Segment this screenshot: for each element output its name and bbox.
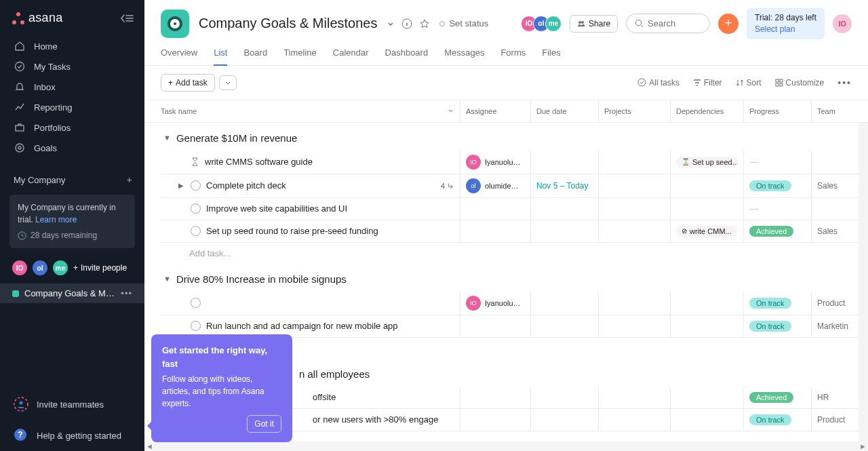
add-task-dropdown[interactable] [219,75,237,90]
more-button[interactable]: ••• [837,77,852,88]
project-icon[interactable] [161,9,189,38]
col-dependencies[interactable]: Dependencies [671,100,744,122]
all-tasks-button[interactable]: All tasks [637,78,679,87]
add-project-icon[interactable]: + [127,174,132,185]
avatar[interactable]: me [53,260,68,275]
caret-icon[interactable]: ▼ [163,134,171,142]
tab-list[interactable]: List [214,42,227,66]
tab-dashboard[interactable]: Dashboard [385,42,429,65]
complete-checkbox[interactable] [191,321,201,331]
project-title[interactable]: Company Goals & Milestones [199,16,377,31]
vertical-scrollbar[interactable] [859,123,868,442]
caret-icon[interactable]: ▼ [163,275,171,283]
col-projects[interactable]: Projects [599,100,671,122]
invite-teammates-link[interactable]: Invite teammates [0,389,144,420]
avatar[interactable]: IO [12,260,27,275]
tab-messages[interactable]: Messages [444,42,484,65]
profile-avatar[interactable]: IO [833,14,852,33]
invite-people-link[interactable]: +Invite people [73,263,127,273]
customize-button[interactable]: Customize [775,78,825,87]
task-name[interactable]: Complete pitch deck [206,180,433,191]
help-link[interactable]: ? Help & getting started [0,420,144,451]
team-cell[interactable] [812,151,849,174]
task-name[interactable]: or new users with >80% engage [313,414,454,425]
sort-button[interactable]: Sort [736,78,762,87]
team-cell[interactable]: HR [812,387,849,408]
section-header[interactable]: ▼Generate $10M in revenue [161,123,868,151]
task-row[interactable]: Set up seed round to raise pre-seed fund… [161,220,868,243]
chevron-down-icon[interactable] [447,107,454,115]
progress-pill[interactable]: Achieved [749,392,793,403]
section-header[interactable]: ▼Drive 80% Increase in mobile signups [161,264,868,292]
progress-pill[interactable]: On track [749,180,791,191]
team-cell[interactable]: Product [812,409,850,431]
info-icon[interactable] [401,18,412,29]
task-row[interactable]: write CMMS software guideIOIyanuoluwa ..… [161,151,868,174]
team-cell[interactable]: Product [812,292,850,315]
set-status-button[interactable]: Set status [439,18,488,28]
nav-reporting[interactable]: Reporting [0,97,144,117]
avatar[interactable]: ol [33,260,47,275]
tab-calendar[interactable]: Calendar [333,42,369,65]
nav-home[interactable]: Home [0,36,144,56]
workspace-header[interactable]: My Company + [0,162,144,191]
share-button[interactable]: Share [570,15,618,33]
assignee-avatar[interactable]: IO [466,296,481,311]
complete-checkbox[interactable] [191,226,201,236]
team-cell[interactable]: Sales [812,174,849,197]
nav-inbox[interactable]: Inbox [0,77,144,97]
progress-pill[interactable]: Achieved [749,226,793,237]
due-date[interactable]: Nov 5 – Today [536,181,589,191]
tab-timeline[interactable]: Timeline [283,42,317,65]
task-row[interactable]: Improve web site capabilities and UI— [161,198,868,220]
collapse-sidebar-button[interactable] [120,14,134,23]
tab-overview[interactable]: Overview [161,42,197,65]
task-name[interactable]: offsite [313,392,454,402]
team-cell[interactable] [812,198,849,220]
filter-button[interactable]: Filter [693,78,722,87]
dependency-pill[interactable]: ⌛Set up seed... [676,157,738,168]
task-name[interactable]: Run launch and ad campaign for new mobil… [206,321,454,331]
assignee-avatar[interactable]: IO [466,155,481,170]
complete-checkbox[interactable] [191,298,201,308]
progress-pill[interactable]: On track [749,414,791,425]
tab-files[interactable]: Files [542,42,560,65]
assignee-avatar[interactable]: ol [466,178,481,193]
team-cell[interactable]: Marketin [812,315,854,337]
add-task-button[interactable]: +Add task [161,74,215,92]
nav-goals[interactable]: Goals [0,138,144,158]
col-progress[interactable]: Progress [744,100,812,122]
task-name[interactable]: Improve web site capabilities and UI [206,203,454,214]
logo[interactable]: asana [12,11,63,25]
chevron-down-icon[interactable] [387,20,395,28]
sidebar-project-item[interactable]: Company Goals & Mile... ••• [0,283,144,303]
task-row[interactable]: ▶Complete pitch deck4 ololumide@g...Nov … [161,174,868,198]
progress-pill[interactable]: On track [749,298,791,309]
team-cell[interactable]: Sales [812,220,849,242]
project-members[interactable]: IO ol me [525,16,561,32]
col-assignee[interactable]: Assignee [460,100,531,122]
trial-banner[interactable]: Trial: 28 days left Select plan [747,8,825,39]
task-name[interactable]: write CMMS software guide [205,157,454,167]
learn-more-link[interactable]: Learn more [35,215,77,224]
dependency-pill[interactable]: ⊘write CMM... [676,226,737,237]
col-taskname[interactable]: Task name [161,100,460,122]
complete-checkbox[interactable] [191,180,201,191]
got-it-button[interactable]: Got it [247,415,281,433]
col-duedate[interactable]: Due date [531,100,599,122]
horizontal-scrollbar[interactable]: ◄► [144,442,868,451]
tab-board[interactable]: Board [243,42,267,65]
add-task-inline[interactable]: Add task... [161,243,868,264]
search-input[interactable] [626,14,710,33]
expand-icon[interactable]: ▶ [178,182,185,189]
star-icon[interactable] [419,18,430,29]
complete-checkbox[interactable] [191,203,201,214]
more-icon[interactable]: ••• [121,288,132,298]
task-name[interactable]: Set up seed round to raise pre-seed fund… [206,226,454,236]
nav-portfolios[interactable]: Portfolios [0,117,144,138]
global-add-button[interactable]: + [718,14,738,34]
col-team[interactable]: Team [812,100,849,122]
task-row[interactable]: IOIyanuoluwa ...On trackProduct [161,292,868,315]
progress-pill[interactable]: On track [749,321,791,332]
nav-mytasks[interactable]: My Tasks [0,56,144,77]
